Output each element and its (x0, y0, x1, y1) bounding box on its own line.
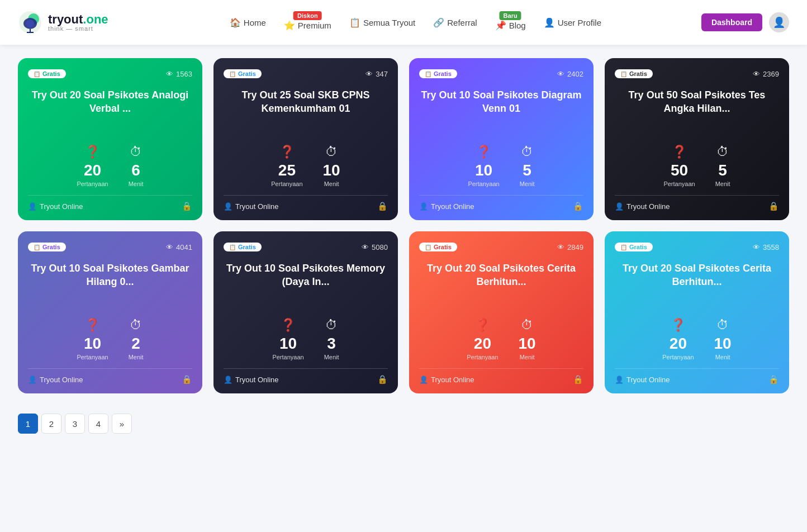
author-icon: 👤 (615, 202, 624, 211)
card-title: Try Out 20 Soal Psikotes Cerita Berhitun… (419, 262, 583, 309)
dashboard-button[interactable]: Dashboard (701, 13, 762, 31)
card-title: Try Out 10 Soal Psikotes Gambar Hilang 0… (28, 262, 192, 309)
blog-icon: 📌 (495, 20, 506, 31)
pagination-page-3[interactable]: 3 (65, 414, 85, 434)
card-header: 📋 Gratis 👁 5080 (224, 243, 388, 251)
user-profile-icon: 👤 (544, 17, 555, 28)
questions-number: 50 (671, 162, 688, 179)
nav-blog[interactable]: Baru 📌 Blog (487, 16, 534, 35)
card-footer: 👤 Tryout Online 🔒 (28, 368, 192, 384)
question-icon: ❓ (671, 318, 686, 332)
tryout-card-3[interactable]: 📋 Gratis 👁 2402 Try Out 10 Soal Psikotes… (409, 58, 594, 220)
pagination-page-2[interactable]: 2 (41, 414, 61, 434)
card-title: Try Out 10 Soal Psikotes Diagram Venn 01 (419, 88, 583, 136)
card-header: 📋 Gratis 👁 2402 (419, 69, 583, 78)
minutes-stat: ⏱ 3 Menit (324, 318, 339, 360)
minutes-label: Menit (715, 180, 730, 187)
logo[interactable]: tryout.one think — smart (18, 10, 130, 35)
nav-home[interactable]: 🏠 Home (222, 13, 274, 32)
lock-icon: 🔒 (377, 201, 388, 211)
logo-sub: think — smart (48, 26, 108, 32)
questions-label: Pertanyaan (272, 354, 303, 360)
questions-label: Pertanyaan (77, 354, 108, 360)
card-header: 📋 Gratis 👁 2849 (419, 243, 583, 251)
tryout-card-2[interactable]: 📋 Gratis 👁 347 Try Out 25 Soal SKB CPNS … (213, 58, 398, 220)
questions-stat: ❓ 10 Pertanyaan (77, 318, 108, 360)
card-title: Try Out 20 Soal Psikotes Cerita Berhitun… (615, 262, 779, 309)
nav-semua-tryout[interactable]: 📋 Semua Tryout (341, 13, 423, 32)
nav-links: 🏠 Home Diskon ⭐ Premium 📋 Semua Tryout 🔗… (134, 10, 697, 35)
author-icon: 👤 (419, 202, 428, 211)
nav-blog-label: Blog (509, 21, 526, 30)
views-count: 👁 4041 (166, 243, 192, 251)
eye-icon: 👁 (753, 243, 760, 251)
logo-text: tryout.one think — smart (48, 13, 108, 32)
nav-right: Dashboard 👤 (701, 12, 789, 32)
lock-icon: 🔒 (768, 201, 779, 211)
eye-icon: 👁 (166, 243, 173, 251)
author: 👤 Tryout Online (419, 202, 474, 211)
card-stats: ❓ 25 Pertanyaan ⏱ 10 Menit (224, 145, 388, 187)
eye-icon: 👁 (557, 70, 564, 78)
gratis-badge: 📋 Gratis (224, 69, 262, 78)
nav-referral[interactable]: 🔗 Referral (425, 13, 485, 32)
questions-label: Pertanyaan (663, 180, 695, 187)
pagination-page-4[interactable]: 4 (88, 414, 108, 434)
tryout-card-8[interactable]: 📋 Gratis 👁 3558 Try Out 20 Soal Psikotes… (605, 231, 789, 393)
tryout-card-5[interactable]: 📋 Gratis 👁 4041 Try Out 10 Soal Psikotes… (18, 231, 202, 393)
minutes-label: Menit (129, 180, 144, 187)
avatar[interactable]: 👤 (769, 12, 789, 32)
minutes-stat: ⏱ 5 Menit (715, 145, 730, 187)
nav-premium[interactable]: Diskon ⭐ Premium (276, 16, 339, 35)
cards-grid: 📋 Gratis 👁 1563 Try Out 20 Soal Psikotes… (18, 58, 789, 393)
questions-number: 20 (474, 335, 491, 353)
card-footer: 👤 Tryout Online 🔒 (419, 368, 583, 384)
timer-icon: ⏱ (521, 318, 533, 332)
minutes-label: Menit (715, 354, 730, 360)
views-count: 👁 347 (365, 70, 388, 78)
card-stats: ❓ 20 Pertanyaan ⏱ 10 Menit (615, 318, 779, 360)
question-icon: ❓ (281, 318, 296, 332)
nav-user-profile[interactable]: 👤 User Profile (536, 13, 609, 32)
author: 👤 Tryout Online (224, 202, 279, 211)
tryout-card-6[interactable]: 📋 Gratis 👁 5080 Try Out 10 Soal Psikotes… (213, 231, 398, 393)
logo-icon (18, 10, 42, 35)
card-title: Try Out 25 Soal SKB CPNS Kemenkumham 01 (224, 88, 388, 136)
gratis-badge-icon: 📋 (620, 244, 627, 250)
author: 👤 Tryout Online (419, 376, 474, 384)
badge-baru: Baru (500, 11, 521, 20)
card-header: 📋 Gratis 👁 4041 (28, 243, 192, 251)
main-content: 📋 Gratis 👁 1563 Try Out 20 Soal Psikotes… (0, 45, 807, 456)
card-header: 📋 Gratis 👁 2369 (615, 69, 779, 78)
gratis-badge: 📋 Gratis (28, 69, 66, 78)
gratis-badge: 📋 Gratis (615, 243, 653, 251)
questions-stat: ❓ 10 Pertanyaan (272, 318, 303, 360)
pagination-next[interactable]: » (112, 414, 132, 434)
lock-icon: 🔒 (182, 374, 192, 384)
tryout-card-4[interactable]: 📋 Gratis 👁 2369 Try Out 50 Soal Psikotes… (605, 58, 789, 220)
card-stats: ❓ 10 Pertanyaan ⏱ 2 Menit (28, 318, 192, 360)
svg-point-3 (26, 20, 34, 27)
questions-number: 10 (475, 162, 492, 179)
timer-icon: ⏱ (130, 318, 142, 332)
eye-icon: 👁 (365, 70, 373, 78)
views-count: 👁 5080 (362, 243, 388, 251)
badge-diskon: Diskon (293, 11, 322, 20)
gratis-badge-icon: 📋 (229, 71, 236, 77)
timer-icon: ⏱ (521, 145, 533, 159)
views-count: 👁 2369 (753, 70, 779, 78)
card-stats: ❓ 10 Pertanyaan ⏱ 3 Menit (224, 318, 388, 360)
questions-stat: ❓ 20 Pertanyaan (467, 318, 498, 360)
gratis-badge: 📋 Gratis (28, 243, 66, 251)
tryout-card-1[interactable]: 📋 Gratis 👁 1563 Try Out 20 Soal Psikotes… (18, 58, 202, 220)
minutes-number: 2 (131, 335, 140, 353)
premium-icon: ⭐ (284, 20, 295, 31)
referral-icon: 🔗 (433, 17, 444, 28)
tryout-card-7[interactable]: 📋 Gratis 👁 2849 Try Out 20 Soal Psikotes… (409, 231, 594, 393)
card-stats: ❓ 10 Pertanyaan ⏱ 5 Menit (419, 145, 583, 187)
views-count: 👁 1563 (166, 70, 192, 78)
pagination-page-1[interactable]: 1 (18, 414, 38, 434)
card-header: 📋 Gratis 👁 347 (224, 69, 388, 78)
minutes-number: 10 (714, 335, 732, 353)
nav-referral-label: Referral (447, 18, 477, 27)
